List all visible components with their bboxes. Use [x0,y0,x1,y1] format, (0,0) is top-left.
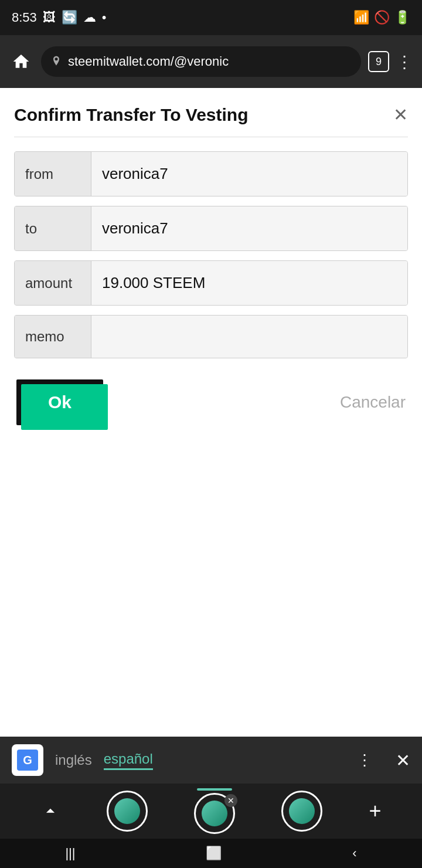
tab-2-active[interactable]: ✕ [194,788,235,834]
cancel-button[interactable]: Cancelar [340,393,406,412]
recent-apps-button[interactable]: ||| [65,846,75,861]
amount-label: amount [15,261,91,305]
ok-button[interactable]: Ok [16,379,103,425]
tab-close-icon[interactable]: ✕ [224,794,237,807]
memo-value [91,316,407,358]
battery-icon: 🔋 [394,10,410,25]
address-bar[interactable]: steemitwallet.com/@veronic [41,46,361,77]
translator-more-button[interactable]: ⋮ [357,751,372,769]
signal-icon: 🚫 [374,10,390,25]
translate-icon: G [12,744,43,776]
lang-active[interactable]: español [104,751,153,770]
cloud-icon: ☁ [83,10,96,25]
translator-close-button[interactable]: ✕ [396,750,410,771]
status-bar: 8:53 🖼 🔄 ☁ • 📶 🚫 🔋 [0,0,422,35]
bottom-nav: ✕ + [0,784,422,839]
back-button[interactable]: ‹ [352,846,356,861]
button-row: Ok Cancelar [14,379,408,425]
amount-row: amount 19.000 STEEM [14,260,408,306]
tab-1[interactable] [107,791,148,832]
tab-count[interactable]: 9 [368,51,389,72]
from-row: from veronica7 [14,151,408,196]
dot-icon: • [102,10,107,25]
tab-3[interactable] [281,791,322,832]
from-value: veronica7 [91,152,407,196]
sync-icon: 🔄 [62,10,77,25]
amount-value: 19.000 STEEM [91,261,407,305]
to-row: to veronica7 [14,206,408,251]
browser-bar: steemitwallet.com/@veronic 9 ⋮ [0,35,422,88]
main-content: Confirm Transfer To Vesting ✕ from veron… [0,88,422,442]
expand-button[interactable] [40,801,60,821]
dialog-title: Confirm Transfer To Vesting [14,105,249,125]
close-button[interactable]: ✕ [393,104,408,125]
lang-inactive[interactable]: inglés [55,752,92,768]
memo-row: memo [14,315,408,358]
translator-bar: G inglés español ⋮ ✕ [0,737,422,784]
url-text: steemitwallet.com/@veronic [68,54,229,69]
system-nav: ||| ⬜ ‹ [0,839,422,868]
home-nav-button[interactable]: ⬜ [206,846,222,861]
new-tab-button[interactable]: + [369,799,381,823]
from-label: from [15,152,91,196]
divider [14,137,408,137]
status-time: 8:53 [12,10,37,25]
to-label: to [15,206,91,250]
dialog: Confirm Transfer To Vesting ✕ from veron… [0,88,422,442]
to-value: veronica7 [91,206,407,250]
photo-icon: 🖼 [43,10,56,25]
wifi-icon: 📶 [353,10,369,25]
dialog-header: Confirm Transfer To Vesting ✕ [14,104,408,125]
memo-label: memo [15,316,91,358]
home-button[interactable] [8,49,34,74]
browser-menu[interactable]: ⋮ [396,52,414,72]
